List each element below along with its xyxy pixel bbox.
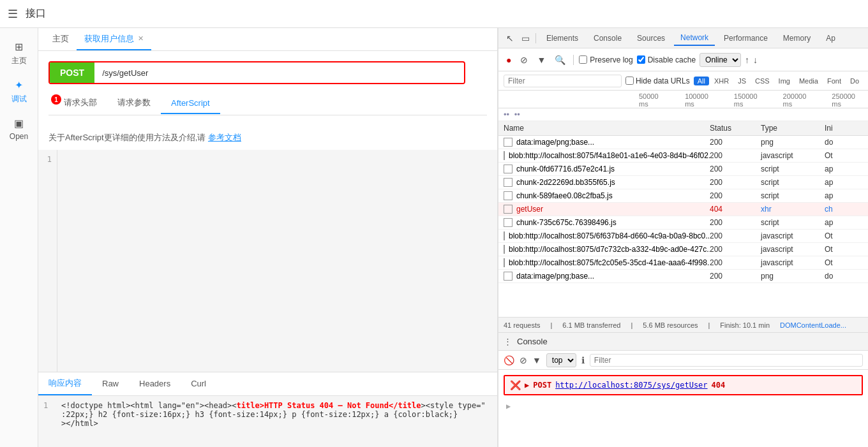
- filter-tab-xhr[interactable]: XHR: [710, 77, 733, 85]
- console-error-method: POST: [533, 381, 551, 390]
- net-row-5[interactable]: chunk-735c675c.76398496.js 200 script ap: [498, 216, 868, 230]
- row-checkbox-0[interactable]: [504, 138, 513, 147]
- sidebar-label-home: 主页: [11, 55, 27, 66]
- row-checkbox-3[interactable]: [504, 178, 513, 187]
- net-row-4[interactable]: chunk-589faee0.08c2fba5.js 200 script ap: [498, 189, 868, 203]
- console-down-icon[interactable]: ▼: [532, 355, 541, 365]
- timeline-bar: 50000 ms 100000 ms 150000 ms 200000 ms 2…: [498, 91, 868, 108]
- dt-tab-console[interactable]: Console: [587, 31, 628, 45]
- hide-data-urls-checkbox[interactable]: Hide data URLs: [625, 77, 690, 85]
- preserve-log-checkbox[interactable]: Preserve log: [579, 55, 632, 64]
- request-tabs: 1 请求头部 请求参数 AfterScript: [49, 92, 487, 115]
- sidebar-item-open[interactable]: ▣ Open: [0, 111, 38, 147]
- net-row-6[interactable]: blob:http://localhost:8075/6f637b84-d660…: [498, 230, 868, 243]
- filter-input[interactable]: [504, 75, 622, 87]
- row-type-5: script: [761, 218, 825, 227]
- req-tab-afterscript-label: AfterScript: [171, 98, 210, 108]
- req-tab-headers[interactable]: 1 请求头部: [49, 92, 107, 115]
- net-row-getuser[interactable]: getUser 404 xhr ch: [498, 203, 868, 216]
- console-filter-input[interactable]: [590, 354, 863, 367]
- dt-tab-memory[interactable]: Memory: [777, 31, 817, 45]
- console-error-code: 404: [712, 381, 726, 390]
- filter-tab-js[interactable]: JS: [734, 77, 750, 85]
- net-row-7[interactable]: blob:http://localhost:8075/d7c732cb-a332…: [498, 243, 868, 256]
- row-checkbox-5[interactable]: [504, 218, 513, 227]
- tab-home[interactable]: 主页: [45, 28, 77, 50]
- statusbar-resources: 5.6 MB resources: [643, 321, 698, 329]
- row-checkbox-2[interactable]: [504, 165, 513, 173]
- console-error-row[interactable]: ❌ ▶ POST http://localhost:8075/sys/getUs…: [504, 375, 863, 395]
- row-status-getuser: 404: [710, 205, 761, 214]
- tab-getuser[interactable]: 获取用户信息 ✕: [77, 28, 151, 50]
- content-area: 主页 获取用户信息 ✕ POST 1 请求头部 请求参数: [38, 28, 498, 447]
- resp-tab-headers[interactable]: Headers: [129, 374, 181, 395]
- row-checkbox-6[interactable]: [504, 231, 505, 240]
- resp-tab-raw[interactable]: Raw: [92, 374, 129, 395]
- req-tab-params[interactable]: 请求参数: [107, 92, 161, 115]
- console-clear-btn[interactable]: 🚫: [504, 355, 514, 365]
- row-type-2: script: [761, 165, 825, 173]
- url-input[interactable]: [94, 63, 464, 83]
- record-button[interactable]: ●: [504, 54, 514, 66]
- row-status-9: 200: [710, 272, 761, 281]
- console-error-url[interactable]: http://localhost:8075/sys/getUser: [555, 381, 707, 390]
- method-badge: POST: [50, 62, 94, 83]
- network-statusbar: 41 requests | 6.1 MB transferred | 5.6 M…: [498, 317, 868, 332]
- dt-tab-performance[interactable]: Performance: [717, 31, 774, 45]
- timeline-50k: 50000 ms: [626, 92, 672, 108]
- filter-tab-media[interactable]: Media: [795, 77, 822, 85]
- net-row-0[interactable]: data:image/png;base... 200 png do: [498, 136, 868, 149]
- code-content[interactable]: [57, 150, 497, 372]
- preserve-log-input[interactable]: [579, 55, 587, 64]
- statusbar-domcontent[interactable]: DOMContentLoade...: [780, 321, 846, 329]
- search-button[interactable]: 🔍: [552, 54, 568, 66]
- tab-close-icon[interactable]: ✕: [138, 34, 144, 43]
- dt-tab-app[interactable]: Ap: [819, 31, 842, 45]
- network-throttle-select[interactable]: Online: [700, 53, 741, 67]
- filter-tab-css[interactable]: CSS: [751, 77, 774, 85]
- net-row-8[interactable]: blob:http://localhost:8075/fc2c05e5-35cd…: [498, 256, 868, 270]
- menu-icon[interactable]: ☰: [8, 7, 18, 21]
- upload-arrow-icon[interactable]: ↑: [745, 55, 749, 65]
- network-toolbar: ● ⊘ ▼ 🔍 Preserve log Disable cache Onlin…: [498, 48, 868, 71]
- dt-pointer-icon[interactable]: ↖: [504, 32, 516, 45]
- dt-tab-elements[interactable]: Elements: [540, 31, 585, 45]
- net-row-9[interactable]: data:image/png;base... 200 png do: [498, 270, 868, 283]
- row-checkbox-getuser[interactable]: [504, 205, 513, 214]
- filter-tab-font[interactable]: Font: [823, 77, 845, 85]
- app-header: ☰ 接口: [0, 0, 868, 28]
- console-title: Console: [517, 337, 548, 346]
- afterscript-doc-link[interactable]: 参考文档: [208, 133, 241, 142]
- resp-tab-content[interactable]: 响应内容: [38, 372, 92, 395]
- net-row-3[interactable]: chunk-2d22269d.bb355f65.js 200 script ap: [498, 176, 868, 189]
- disable-cache-checkbox[interactable]: Disable cache: [637, 55, 696, 64]
- filter-tab-img[interactable]: Img: [775, 77, 794, 85]
- dt-tab-sources[interactable]: Sources: [631, 31, 671, 45]
- filter-button[interactable]: ▼: [534, 54, 548, 66]
- net-row-1[interactable]: blob:http://localhost:8075/f4a18e01-a1e6…: [498, 149, 868, 163]
- dt-tab-network[interactable]: Network: [674, 31, 715, 46]
- row-checkbox-1[interactable]: [504, 151, 505, 160]
- console-block-btn[interactable]: ⊘: [520, 355, 527, 365]
- hide-data-urls-input[interactable]: [625, 77, 634, 85]
- filter-tab-doc[interactable]: Do: [846, 77, 863, 85]
- console-arrow-icon: ▶: [525, 381, 529, 390]
- sidebar-item-home[interactable]: ⊞ 主页: [0, 34, 38, 73]
- row-checkbox-7[interactable]: [504, 245, 505, 254]
- row-checkbox-8[interactable]: [504, 258, 505, 267]
- row-checkbox-4[interactable]: [504, 191, 513, 200]
- dt-device-icon[interactable]: ▭: [519, 32, 532, 45]
- sidebar-item-debug[interactable]: ✦ 调试: [0, 73, 38, 111]
- console-top-select[interactable]: top: [546, 353, 576, 367]
- row-checkbox-9[interactable]: [504, 272, 513, 281]
- req-tab-afterscript[interactable]: AfterScript: [161, 93, 220, 114]
- block-button[interactable]: ⊘: [518, 54, 530, 66]
- console-info-btn[interactable]: ℹ: [581, 355, 585, 365]
- net-row-2[interactable]: chunk-0fd67716.d57e2c41.js 200 script ap: [498, 163, 868, 176]
- download-arrow-icon[interactable]: ↓: [753, 55, 758, 65]
- resp-tab-curl[interactable]: Curl: [181, 374, 216, 395]
- disable-cache-input[interactable]: [637, 55, 645, 64]
- filter-tab-all[interactable]: All: [694, 77, 709, 85]
- main-layout: ⊞ 主页 ✦ 调试 ▣ Open 主页 获取用户信息 ✕ POST: [0, 28, 868, 447]
- resp-code-2: :22px;} h2 {font-size:16px;} h3 {font-si…: [61, 410, 458, 419]
